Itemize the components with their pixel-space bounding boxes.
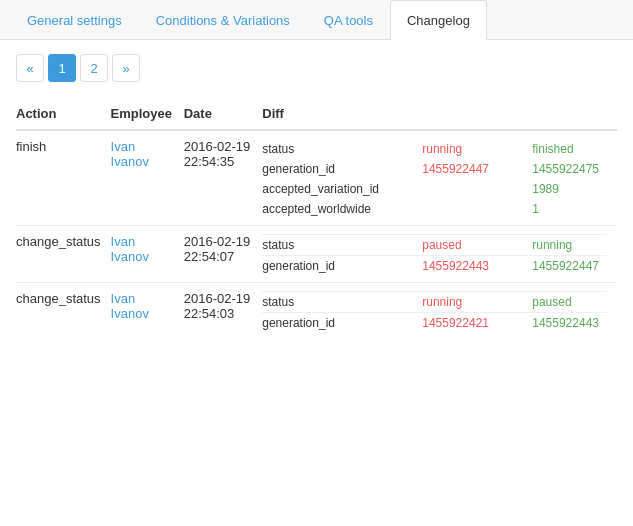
diff-row: generation_id14559224211455922443 [262, 313, 607, 334]
changelog-table: ActionEmployeeDateDiff finishIvan Ivanov… [16, 98, 617, 339]
table-row: change_statusIvan Ivanov2016-02-19 22:54… [16, 283, 617, 340]
diff-new: 1455922443 [532, 313, 607, 334]
action-cell: change_status [16, 283, 111, 340]
col-header-action: Action [16, 98, 111, 130]
date-cell: 2016-02-19 22:54:07 [184, 226, 263, 283]
tabs-bar: General settingsConditions & VariationsQ… [0, 0, 633, 40]
diff-new: 1455922447 [532, 256, 607, 277]
diff-new: paused [532, 292, 607, 313]
diff-row: statuspausedrunning [262, 235, 607, 256]
diff-cell: statusrunningfinishedgeneration_id145592… [262, 130, 617, 226]
diff-old: 1455922447 [422, 159, 532, 179]
diff-field: status [262, 235, 422, 256]
diff-field: accepted_variation_id [262, 179, 422, 199]
diff-new: 1 [532, 199, 607, 219]
diff-old: running [422, 292, 532, 313]
diff-field: generation_id [262, 256, 422, 277]
employee-cell[interactable]: Ivan Ivanov [111, 283, 184, 340]
diff-row: statusrunningpaused [262, 292, 607, 313]
employee-link[interactable]: Ivan Ivanov [111, 291, 149, 321]
col-header-employee: Employee [111, 98, 184, 130]
action-cell: change_status [16, 226, 111, 283]
diff-field: status [262, 292, 422, 313]
diff-row: accepted_variation_id1989 [262, 179, 607, 199]
table-row: finishIvan Ivanov2016-02-19 22:54:35stat… [16, 130, 617, 226]
diff-row: statusrunningfinished [262, 139, 607, 159]
diff-cell: statuspausedrunninggeneration_id14559224… [262, 226, 617, 283]
pagination: «12» [16, 54, 617, 82]
employee-link[interactable]: Ivan Ivanov [111, 139, 149, 169]
diff-old: paused [422, 235, 532, 256]
diff-field: generation_id [262, 159, 422, 179]
tab-general-settings[interactable]: General settings [10, 0, 139, 40]
col-header-date: Date [184, 98, 263, 130]
pagination-next[interactable]: » [112, 54, 140, 82]
col-header-diff: Diff [262, 98, 617, 130]
diff-row: generation_id14559224431455922447 [262, 256, 607, 277]
diff-new: running [532, 235, 607, 256]
diff-field: status [262, 139, 422, 159]
diff-old [422, 179, 532, 199]
action-cell: finish [16, 130, 111, 226]
employee-cell[interactable]: Ivan Ivanov [111, 226, 184, 283]
employee-cell[interactable]: Ivan Ivanov [111, 130, 184, 226]
date-cell: 2016-02-19 22:54:35 [184, 130, 263, 226]
tab-qa-tools[interactable]: QA tools [307, 0, 390, 40]
table-row: change_statusIvan Ivanov2016-02-19 22:54… [16, 226, 617, 283]
pagination-page-2[interactable]: 2 [80, 54, 108, 82]
diff-new: 1455922475 [532, 159, 607, 179]
tab-conditions---variations[interactable]: Conditions & Variations [139, 0, 307, 40]
diff-row: accepted_worldwide1 [262, 199, 607, 219]
diff-old: running [422, 139, 532, 159]
diff-new: 1989 [532, 179, 607, 199]
diff-field: accepted_worldwide [262, 199, 422, 219]
diff-row: generation_id14559224471455922475 [262, 159, 607, 179]
diff-cell: statusrunningpausedgeneration_id14559224… [262, 283, 617, 340]
date-cell: 2016-02-19 22:54:03 [184, 283, 263, 340]
tab-changelog[interactable]: Changelog [390, 0, 487, 40]
diff-old [422, 199, 532, 219]
employee-link[interactable]: Ivan Ivanov [111, 234, 149, 264]
diff-old: 1455922443 [422, 256, 532, 277]
diff-old: 1455922421 [422, 313, 532, 334]
diff-field: generation_id [262, 313, 422, 334]
pagination-page-1[interactable]: 1 [48, 54, 76, 82]
pagination-prev[interactable]: « [16, 54, 44, 82]
diff-new: finished [532, 139, 607, 159]
